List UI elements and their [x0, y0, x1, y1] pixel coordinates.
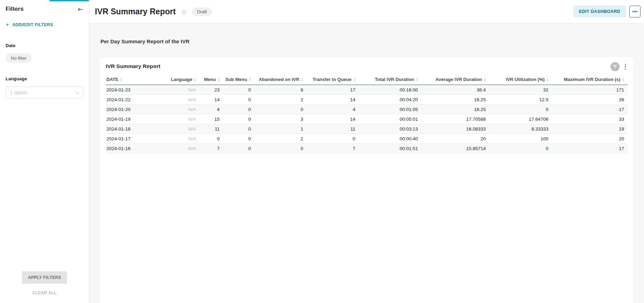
table-row: 2024-01-22N/A14021400:04:2016.2512.526: [106, 95, 628, 104]
filter-group-language: Language 1 option: [6, 76, 83, 98]
cell-maximum_ivr_duration_s: 19: [552, 124, 628, 134]
bar: [614, 68, 615, 69]
cell-date: 2024-01-23: [106, 85, 166, 95]
cell-abandoned_on_ivr: 1: [254, 124, 307, 134]
column-header-language[interactable]: Language: [166, 75, 200, 85]
filter-label-date: Date: [6, 43, 83, 48]
table-row: 2024-01-18N/A11011100:03:1316.083338.333…: [106, 124, 628, 134]
cell-language: N/A: [166, 124, 200, 134]
cell-sub_menu: 0: [223, 114, 255, 124]
column-header-total_ivr_duration[interactable]: Total IVR Duration: [359, 75, 422, 85]
language-filter-value: 1 option: [10, 90, 28, 95]
language-filter-select[interactable]: 1 option: [6, 87, 83, 98]
column-header-transfer_to_queue[interactable]: Transfer to Queue: [307, 75, 359, 85]
cell-language: N/A: [166, 104, 200, 114]
dashboard-content: Per Day Summary Report of the IVR IVR Su…: [89, 23, 644, 303]
cell-average_ivr_duration: 15.85714: [421, 143, 489, 153]
sidebar-accent-bar: [50, 0, 89, 1]
cell-sub_menu: 0: [223, 124, 255, 134]
cell-ivr_utilization_pct: 0: [489, 143, 552, 153]
add-edit-filters-label: ADD/EDIT FILTERS: [12, 22, 53, 27]
sidebar-footer: APPLY FILTERS CLEAR ALL: [6, 271, 83, 297]
cell-transfer_to_queue: 14: [307, 95, 359, 104]
apply-filters-button[interactable]: APPLY FILTERS: [22, 271, 67, 284]
cell-language: N/A: [166, 143, 200, 153]
favorite-star-icon[interactable]: ☆: [181, 8, 187, 16]
column-header-ivr_utilization_pct[interactable]: IVR Utilization (%): [489, 75, 552, 85]
column-header-maximum_ivr_duration_s[interactable]: Maximum IVR Duration (s): [552, 75, 628, 85]
cross-filter-icon[interactable]: [611, 62, 620, 71]
cell-total_ivr_duration: 00:04:20: [359, 95, 422, 104]
cell-date: 2024-01-16: [106, 143, 166, 153]
add-edit-filters-button[interactable]: + ADD/EDIT FILTERS: [6, 22, 83, 28]
plus-icon: +: [6, 22, 9, 28]
cell-menu: 7: [200, 143, 223, 153]
column-header-menu[interactable]: Menu: [200, 75, 223, 85]
filters-title: Filters: [6, 6, 24, 13]
cell-menu: 0: [200, 134, 223, 143]
cell-date: 2024-01-20: [106, 104, 166, 114]
cell-total_ivr_duration: 00:01:51: [359, 143, 422, 153]
more-menu-button[interactable]: [629, 6, 641, 17]
table-body: 2024-01-23N/A23081700:16:0038.4321712024…: [106, 85, 628, 153]
cell-average_ivr_duration: 17.70588: [421, 114, 489, 124]
cell-total_ivr_duration: 00:16:00: [359, 85, 422, 95]
cell-date: 2024-01-19: [106, 114, 166, 124]
column-label: IVR Utilization (%): [506, 77, 545, 82]
cell-sub_menu: 0: [223, 85, 255, 95]
column-label: Maximum IVR Duration (s): [564, 77, 620, 82]
date-filter-value[interactable]: No filter: [6, 53, 32, 63]
filter-label-language: Language: [6, 76, 83, 81]
dot: [625, 64, 626, 65]
sort-icon: [353, 78, 355, 81]
column-header-sub_menu[interactable]: Sub Menu: [223, 75, 255, 85]
chart-title: IVR Summary Report: [106, 62, 160, 69]
chevron-down-icon: [75, 90, 79, 94]
sort-icon: [218, 78, 220, 81]
bar: [613, 65, 617, 66]
cell-sub_menu: 0: [223, 104, 255, 114]
dot: [634, 11, 635, 12]
cell-menu: 14: [200, 95, 223, 104]
dot: [625, 68, 626, 70]
column-header-abandoned_on_ivr[interactable]: Abandoned on IVR: [254, 75, 307, 85]
column-label: Total IVR Duration: [375, 77, 414, 82]
cell-average_ivr_duration: 16.08333: [421, 124, 489, 134]
dashboard-header: IVR Summary Report ☆ Draft EDIT DASHBOAR…: [89, 0, 644, 23]
table-row: 2024-01-16N/A700700:01:5115.85714017: [106, 143, 628, 153]
cell-abandoned_on_ivr: 8: [254, 85, 307, 95]
cell-language: N/A: [166, 95, 200, 104]
column-label: Transfer to Queue: [313, 77, 351, 82]
cell-maximum_ivr_duration_s: 20: [552, 134, 628, 143]
sort-icon: [249, 78, 251, 81]
sort-icon: [546, 78, 548, 81]
chart-options-icon[interactable]: [624, 63, 627, 71]
sidebar-header: Filters ⇤: [6, 6, 83, 13]
header-actions: EDIT DASHBOARD: [573, 6, 641, 17]
column-header-date[interactable]: DATE: [106, 75, 166, 85]
cell-average_ivr_duration: 38.4: [421, 85, 489, 95]
cell-transfer_to_queue: 17: [307, 85, 359, 95]
cell-date: 2024-01-18: [106, 124, 166, 134]
column-header-average_ivr_duration[interactable]: Average IVR Duration: [421, 75, 489, 85]
cell-language: N/A: [166, 114, 200, 124]
sort-icon: [301, 78, 303, 81]
column-label: DATE: [106, 77, 118, 82]
cell-abandoned_on_ivr: 0: [254, 104, 307, 114]
cell-total_ivr_duration: 00:05:01: [359, 114, 422, 124]
cell-transfer_to_queue: 4: [307, 104, 359, 114]
chart-card-icons: [611, 62, 628, 71]
table-row: 2024-01-19N/A15031400:05:0117.7058817.64…: [106, 114, 628, 124]
edit-dashboard-button[interactable]: EDIT DASHBOARD: [573, 6, 626, 17]
table-header-row: DATELanguageMenuSub MenuAbandoned on IVR…: [106, 75, 628, 85]
table-row: 2024-01-20N/A400400:01:0516.25017: [106, 104, 628, 114]
cell-sub_menu: 0: [223, 95, 255, 104]
clear-all-button[interactable]: CLEAR ALL: [32, 290, 57, 297]
chart-card-header: IVR Summary Report: [106, 62, 628, 71]
status-badge: Draft: [192, 8, 212, 16]
dot: [636, 11, 637, 12]
markdown-text: Per Day Summary Report of the IVR: [100, 38, 633, 44]
collapse-filters-icon[interactable]: ⇤: [78, 6, 83, 13]
cell-abandoned_on_ivr: 2: [254, 134, 307, 143]
table-row: 2024-01-23N/A23081700:16:0038.432171: [106, 85, 628, 95]
